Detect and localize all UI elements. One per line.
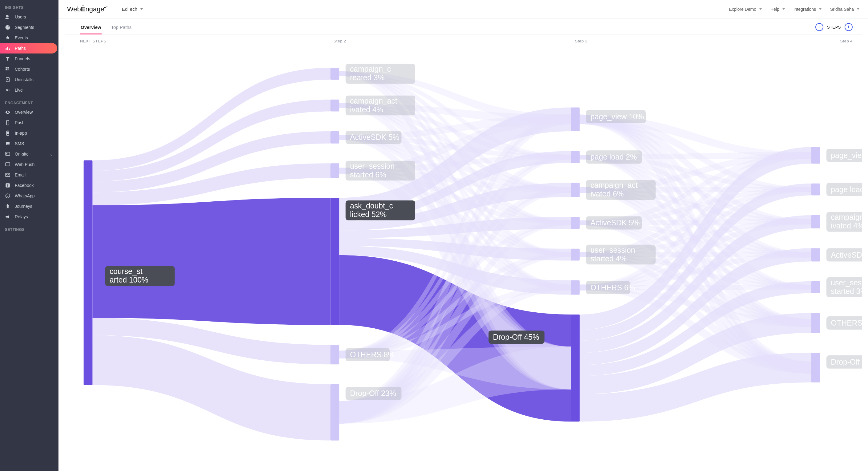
- svg-rect-72: [811, 147, 820, 164]
- svg-text:ask_doubt_c: ask_doubt_c: [350, 201, 393, 210]
- top-link-explore[interactable]: Explore Demo: [729, 7, 762, 12]
- svg-rect-3: [7, 47, 8, 51]
- sidebar-item-live[interactable]: Live: [0, 85, 59, 95]
- col-header-3: Step 3: [575, 39, 816, 43]
- sidebar-item-events[interactable]: Events: [0, 33, 59, 43]
- sidebar-item-label: Users: [15, 14, 54, 20]
- svg-rect-78: [811, 215, 820, 228]
- sidebar-item-webpush[interactable]: Web Push: [0, 159, 59, 170]
- sidebar-item-email[interactable]: Email: [0, 170, 59, 180]
- svg-point-19: [5, 194, 10, 198]
- sankey-chart[interactable]: course_started 100%campaign_created 3%ca…: [65, 48, 862, 471]
- svg-rect-43: [330, 345, 339, 365]
- sidebar-item-label: Web Push: [15, 162, 54, 167]
- svg-rect-24: [330, 68, 339, 80]
- svg-rect-28: [330, 100, 339, 111]
- svg-text:OTHERS 6%: OTHERS 6%: [831, 318, 862, 327]
- sidebar-item-relays[interactable]: Relays: [0, 211, 59, 222]
- sidebar-item-label: Push: [15, 120, 54, 125]
- sidebar-item-cohorts[interactable]: Cohorts: [0, 64, 59, 74]
- sidebar-item-sms[interactable]: SMS: [0, 138, 59, 149]
- inapp-icon: [5, 130, 10, 136]
- svg-text:Drop-Off 9%: Drop-Off 9%: [831, 357, 862, 366]
- sidebar-item-label: Email: [15, 172, 54, 177]
- svg-point-0: [6, 15, 8, 17]
- sidebar-item-overview[interactable]: Overview: [0, 107, 59, 117]
- eye-icon: [5, 109, 10, 115]
- col-header-2: Step 2: [334, 39, 575, 43]
- svg-text:OTHERS 6%: OTHERS 6%: [590, 283, 635, 292]
- svg-rect-62: [571, 249, 580, 261]
- sidebar-item-journeys[interactable]: Journeys: [0, 201, 59, 211]
- svg-text:started 3%: started 3%: [831, 287, 862, 296]
- star-icon: [5, 35, 10, 41]
- sidebar-item-funnels[interactable]: Funnels: [0, 54, 59, 64]
- svg-rect-92: [811, 352, 820, 382]
- steps-minus-button[interactable]: −: [815, 23, 824, 31]
- brand-logo[interactable]: WebĒngage: [67, 5, 113, 13]
- sidebar-item-label: In-app: [15, 131, 54, 136]
- live-icon: [5, 87, 10, 93]
- sidebar-item-label: Facebook: [15, 183, 54, 188]
- svg-rect-49: [571, 108, 580, 131]
- tabs-bar: Overview Top Paths − STEPS +: [65, 19, 862, 34]
- tab-toppaths[interactable]: Top Paths: [111, 20, 132, 34]
- svg-text:user_session_: user_session_: [350, 161, 399, 170]
- sidebar-section-settings: SETTINGS: [0, 222, 59, 234]
- email-icon: [5, 172, 10, 178]
- column-headers: NEXT STEPS Step 2 Step 3 Step 4: [65, 34, 862, 48]
- svg-text:campaign_act: campaign_act: [590, 181, 638, 190]
- sidebar-item-users[interactable]: Users: [0, 12, 59, 22]
- sidebar-item-inapp[interactable]: In-app: [0, 128, 59, 138]
- svg-rect-39: [330, 198, 339, 325]
- facebook-icon: [5, 182, 10, 188]
- workspace-label: EdTech: [122, 6, 137, 12]
- top-link-integrations[interactable]: Integrations: [794, 7, 822, 12]
- col-header-4: Step 4: [816, 39, 852, 43]
- sidebar-item-label: Live: [15, 88, 54, 93]
- sidebar-item-paths[interactable]: Paths: [0, 43, 57, 54]
- top-link-user[interactable]: Sridha Saha: [830, 7, 859, 12]
- svg-text:ActiveSDK 5%: ActiveSDK 5%: [350, 133, 399, 142]
- users-icon: [5, 14, 10, 20]
- sidebar-item-label: Journeys: [15, 204, 54, 209]
- svg-text:page_view 5%: page_view 5%: [831, 150, 862, 160]
- svg-rect-4: [9, 48, 10, 50]
- svg-text:ivated 4%: ivated 4%: [831, 221, 862, 230]
- sidebar-item-label: Paths: [15, 46, 52, 51]
- svg-rect-82: [811, 248, 820, 261]
- sidebar-item-label: Overview: [15, 110, 54, 115]
- sidebar-item-uninstalls[interactable]: Uninstalls: [0, 74, 59, 85]
- steps-plus-button[interactable]: +: [845, 23, 852, 31]
- sidebar-item-whatsapp[interactable]: WhatsApp: [0, 191, 59, 201]
- svg-text:started 6%: started 6%: [350, 170, 386, 179]
- svg-text:ivated 4%: ivated 4%: [350, 105, 383, 114]
- topbar: WebĒngage EdTech Explore Demo Help Integ…: [59, 0, 868, 19]
- uninstall-icon: [5, 77, 10, 82]
- top-link-help[interactable]: Help: [770, 7, 785, 12]
- grid-icon: [5, 66, 10, 72]
- svg-rect-20: [84, 161, 93, 385]
- sidebar-item-label: Uninstalls: [15, 77, 54, 82]
- sidebar-item-facebook[interactable]: Facebook: [0, 180, 59, 191]
- svg-rect-69: [571, 314, 580, 422]
- sidebar-item-onsite[interactable]: On-site ⌄: [0, 149, 59, 159]
- workspace-picker[interactable]: EdTech: [122, 6, 143, 12]
- sidebar-item-push[interactable]: Push: [0, 117, 59, 128]
- sidebar: INSIGHTS Users Segments Events Paths Fun…: [0, 0, 59, 471]
- svg-rect-6: [7, 67, 9, 69]
- tab-overview[interactable]: Overview: [80, 20, 102, 34]
- sidebar-item-segments[interactable]: Segments: [0, 22, 59, 33]
- svg-text:page load 2%: page load 2%: [831, 185, 862, 194]
- svg-text:ActiveSDK 4%: ActiveSDK 4%: [831, 250, 862, 259]
- svg-text:user_session_: user_session_: [590, 245, 640, 254]
- steps-control: − STEPS +: [815, 23, 852, 34]
- svg-point-1: [8, 16, 9, 17]
- svg-rect-13: [7, 132, 9, 134]
- svg-text:page load 2%: page load 2%: [590, 153, 637, 161]
- sidebar-item-label: WhatsApp: [15, 193, 54, 198]
- sidebar-item-label: Relays: [15, 214, 54, 219]
- svg-point-15: [6, 154, 7, 154]
- svg-text:page_view 10%: page_view 10%: [590, 112, 644, 121]
- svg-text:OTHERS 8%: OTHERS 8%: [350, 350, 395, 359]
